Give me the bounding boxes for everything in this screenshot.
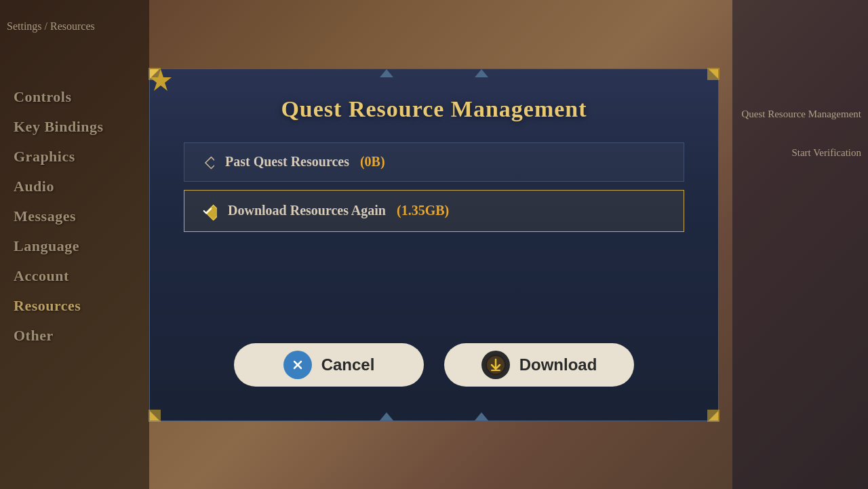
resource-item-download[interactable]: Download Resources Again (1.35GB) bbox=[184, 190, 684, 232]
modal-title: Quest Resource Management bbox=[281, 96, 587, 122]
download-resources-name: Download Resources Again bbox=[228, 203, 386, 218]
svg-rect-13 bbox=[205, 157, 214, 168]
download-resources-icon bbox=[198, 201, 217, 220]
svg-marker-12 bbox=[475, 412, 488, 420]
download-icon bbox=[481, 351, 510, 379]
modal-overlay: Quest Resource Management Past Quest Res… bbox=[0, 0, 868, 489]
download-resources-size: (1.35GB) bbox=[397, 203, 449, 218]
past-quest-name: Past Quest Resources bbox=[225, 154, 349, 170]
border-arrow-top-left bbox=[380, 68, 393, 76]
corner-decoration-tl bbox=[149, 68, 173, 92]
past-quest-icon bbox=[198, 154, 214, 170]
cancel-label: Cancel bbox=[321, 355, 375, 374]
svg-marker-10 bbox=[475, 69, 488, 77]
resource-item-past[interactable]: Past Quest Resources (0B) bbox=[184, 142, 684, 182]
modal-buttons: Cancel Download bbox=[184, 343, 684, 387]
border-arrow-bottom-left bbox=[380, 414, 393, 422]
cancel-icon bbox=[283, 351, 312, 379]
resource-list: Past Quest Resources (0B) Download Resou… bbox=[184, 142, 684, 232]
corner-decoration-tr bbox=[695, 68, 719, 92]
cancel-button[interactable]: Cancel bbox=[234, 343, 424, 387]
svg-marker-9 bbox=[380, 69, 393, 77]
svg-rect-6 bbox=[149, 410, 161, 422]
svg-rect-8 bbox=[707, 410, 719, 422]
corner-decoration-bl bbox=[149, 397, 173, 422]
past-quest-size: (0B) bbox=[360, 154, 385, 170]
download-button[interactable]: Download bbox=[444, 343, 634, 387]
svg-marker-11 bbox=[380, 412, 393, 420]
corner-decoration-br bbox=[695, 397, 719, 422]
modal-dialog: Quest Resource Management Past Quest Res… bbox=[149, 69, 719, 421]
svg-rect-4 bbox=[707, 68, 719, 80]
download-label: Download bbox=[519, 355, 597, 374]
border-arrow-top-right bbox=[475, 68, 488, 76]
border-arrow-bottom-right bbox=[475, 414, 488, 422]
